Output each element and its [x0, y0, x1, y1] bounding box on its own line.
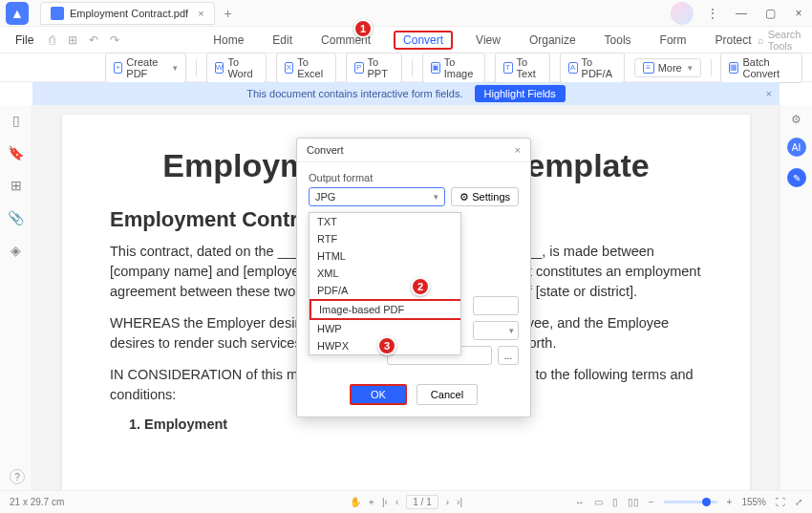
format-option-image-based-pdf[interactable]: Image-based PDF [310, 299, 460, 320]
close-notice-icon[interactable]: × [766, 88, 772, 99]
ai-assistant-icon[interactable]: AI [787, 138, 806, 157]
share-icon[interactable]: ✎ [787, 168, 806, 187]
to-ppt-label: To PPT [368, 56, 394, 79]
tab-organize[interactable]: Organize [524, 31, 582, 50]
single-page-icon[interactable]: ▯ [612, 497, 618, 507]
pdfa-icon: A [568, 62, 578, 74]
zoom-out-icon[interactable]: − [649, 497, 654, 507]
layers-icon[interactable]: ◈ [11, 243, 21, 258]
tab-home[interactable]: Home [207, 31, 249, 50]
tab-tools[interactable]: Tools [599, 31, 637, 50]
minimize-icon[interactable]: — [728, 4, 755, 23]
to-excel-label: To Excel [297, 56, 328, 79]
next-page-icon[interactable]: › [446, 497, 449, 507]
highlight-fields-button[interactable]: Highlight Fields [475, 85, 566, 102]
zoom-level[interactable]: 155% [741, 497, 766, 507]
theme-dot-icon[interactable] [671, 2, 694, 25]
attachments-icon[interactable]: 📎 [8, 210, 24, 225]
app-logo-icon: ▲ [6, 2, 29, 25]
left-sidebar: ▯ 🔖 ⊞ 📎 ◈ [0, 105, 32, 502]
close-window-icon[interactable]: × [785, 4, 812, 23]
main-tabs: HomeEditCommentConvertViewOrganizeToolsF… [207, 31, 757, 50]
maximize-icon[interactable]: ▢ [757, 4, 783, 23]
to-ppt-button[interactable]: PTo PPT [346, 53, 402, 83]
two-page-icon[interactable]: ▯▯ [628, 497, 639, 507]
dialog-titlebar: Convert × [297, 139, 530, 162]
menu-row: File ⎙ ⊞ ↶ ↷ HomeEditCommentConvertViewO… [0, 27, 812, 53]
word-icon: W [215, 62, 224, 74]
cancel-button[interactable]: Cancel [417, 384, 478, 405]
to-word-label: To Word [227, 56, 257, 79]
format-option-hwp[interactable]: HWP [310, 320, 460, 337]
close-tab-icon[interactable]: × [198, 8, 203, 19]
settings-button[interactable]: ⚙ Settings [451, 187, 519, 206]
zoom-slider[interactable] [664, 501, 717, 503]
page-range-input[interactable] [473, 296, 519, 315]
fullscreen-icon[interactable]: ⤢ [795, 497, 802, 507]
comments-icon[interactable]: ⊞ [11, 178, 22, 193]
search-icon: ⌕ [758, 34, 764, 46]
batch-convert-button[interactable]: ▦Batch Convert [720, 53, 802, 83]
zoom-in-icon[interactable]: + [727, 497, 733, 507]
output-format-select[interactable]: JPG ▾ [309, 187, 445, 206]
tab-edit[interactable]: Edit [267, 31, 298, 50]
format-option-xml[interactable]: XML [310, 265, 460, 282]
to-text-button[interactable]: TTo Text [495, 53, 550, 83]
browse-button[interactable]: ... [498, 346, 519, 365]
zoom-thumb[interactable] [702, 498, 711, 506]
format-option-html[interactable]: HTML [310, 247, 460, 265]
status-right: ↔ ▭ ▯ ▯▯ − + 155% ⛶ ⤢ [575, 497, 802, 507]
select-tool-icon[interactable]: ⌖ [369, 497, 374, 508]
tab-convert[interactable]: Convert [394, 31, 453, 50]
page-indicator[interactable]: 1 / 1 [406, 495, 438, 509]
to-excel-button[interactable]: XTo Excel [276, 53, 336, 83]
search-tools[interactable]: ⌕ Search Tools [758, 29, 804, 52]
image-icon: ▣ [431, 62, 440, 74]
plus-icon: + [114, 62, 122, 74]
add-tab-icon[interactable]: + [224, 6, 232, 21]
overflow-menu-icon[interactable]: ⋮ [699, 4, 726, 23]
last-page-icon[interactable]: ›| [457, 497, 462, 507]
to-word-button[interactable]: WTo Word [206, 53, 267, 83]
format-option-txt[interactable]: TXT [310, 213, 460, 230]
to-pdfa-button[interactable]: ATo PDF/A [560, 53, 625, 83]
text-icon: T [503, 62, 513, 74]
prev-page-icon[interactable]: ‹ [395, 497, 398, 507]
undo-icon[interactable]: ↶ [87, 33, 100, 47]
separator [196, 59, 197, 76]
print-icon[interactable]: ⊞ [66, 33, 79, 47]
save-icon[interactable]: ⎙ [45, 33, 58, 47]
callout-badge-3: 3 [377, 336, 396, 355]
help-icon[interactable]: ? [10, 469, 25, 484]
settings-icon[interactable]: ⚙ [791, 113, 801, 126]
fit-width-icon[interactable]: ↔ [575, 497, 585, 507]
bookmarks-icon[interactable]: 🔖 [8, 145, 24, 160]
title-bar: ▲ Employment Contract.pdf × + ⋮ — ▢ × [0, 0, 812, 27]
more-label: More [658, 62, 682, 74]
create-pdf-button[interactable]: +Create PDF▾ [105, 53, 186, 83]
gear-icon: ⚙ [459, 191, 469, 203]
form-notice-bar: This document contains interactive form … [32, 82, 780, 105]
thumbnails-icon[interactable]: ▯ [12, 113, 20, 128]
page-select[interactable]: ▾ [473, 321, 519, 340]
redo-icon[interactable]: ↷ [108, 33, 121, 47]
hand-tool-icon[interactable]: ✋ [350, 497, 361, 507]
first-page-icon[interactable]: |‹ [382, 497, 388, 507]
document-tab[interactable]: Employment Contract.pdf × [40, 2, 215, 25]
quick-access: ⎙ ⊞ ↶ ↷ [45, 33, 121, 47]
format-option-rtf[interactable]: RTF [310, 230, 460, 247]
tab-view[interactable]: View [470, 31, 506, 50]
settings-label: Settings [472, 191, 510, 203]
tab-protect[interactable]: Protect [710, 31, 758, 50]
close-dialog-icon[interactable]: × [515, 144, 521, 156]
format-option-pdf-a[interactable]: PDF/A [310, 282, 460, 299]
to-image-button[interactable]: ▣To Image [422, 53, 485, 83]
file-menu[interactable]: File [8, 31, 41, 50]
more-button[interactable]: ≡More▾ [634, 58, 701, 77]
tab-form[interactable]: Form [654, 31, 693, 50]
ok-button[interactable]: OK [350, 384, 407, 405]
dialog-body: Output format JPG ▾ ⚙ Settings TXTRTFHTM… [297, 162, 530, 374]
read-mode-icon[interactable]: ⛶ [776, 497, 785, 507]
fit-page-icon[interactable]: ▭ [594, 497, 603, 507]
chevron-down-icon: ▾ [688, 63, 693, 73]
